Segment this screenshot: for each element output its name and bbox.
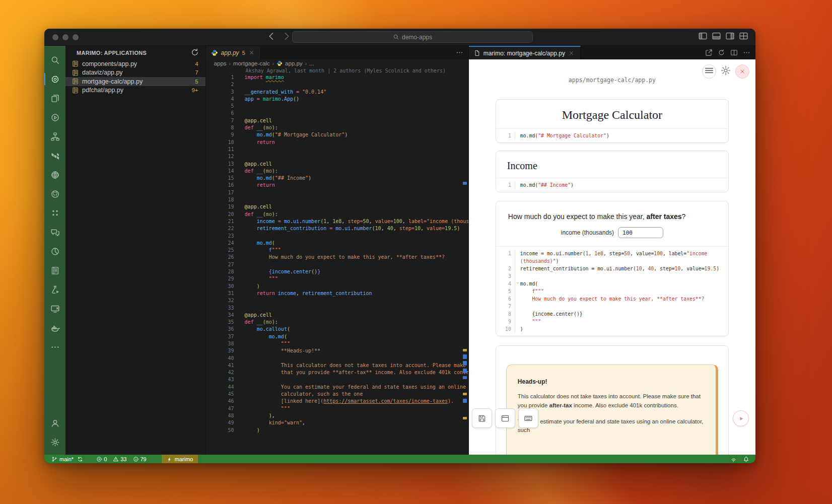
file-row-mortgage-calc-app-py[interactable]: mortgage-calc/app.py5: [65, 77, 205, 86]
activity-item-github[interactable]: [44, 184, 65, 203]
breadcrumb-item-file[interactable]: app.py: [285, 60, 303, 66]
activity-item-pages[interactable]: [44, 89, 65, 108]
play-icon: [738, 415, 744, 422]
pages-icon: [50, 94, 60, 103]
customize-layout-button[interactable]: [739, 32, 748, 42]
tab-close-button[interactable]: [248, 49, 255, 56]
breadcrumb[interactable]: apps › mortgage-calc › app.py › ...: [206, 59, 468, 67]
keyboard-shortcuts-button[interactable]: [518, 408, 538, 428]
notebook-file-icon: [72, 60, 79, 67]
open-window-button[interactable]: [495, 408, 515, 428]
status-bar: main* 0 33 79 marimo: [44, 455, 755, 463]
monitor-icon: [50, 304, 60, 314]
preview-menu-button[interactable]: [702, 64, 716, 79]
command-center-search[interactable]: demo-apps: [292, 31, 533, 43]
activity-bar: [44, 46, 65, 455]
cell-code: 1mo.md("# Mortgage Calculator"): [496, 129, 728, 142]
code-line: 10 return: [206, 139, 461, 146]
sidebar-section-title: MARIMO: APPLICATIONS: [77, 50, 147, 56]
toggle-primary-sidebar-button[interactable]: [698, 32, 708, 42]
toggle-panel-button[interactable]: [712, 32, 721, 42]
file-row-components-app-py[interactable]: components/app.py4: [65, 59, 205, 68]
gear-icon: [50, 438, 60, 447]
close-window-button[interactable]: [52, 34, 58, 40]
git-branch-status[interactable]: main*: [51, 456, 83, 462]
income-number-input[interactable]: 100: [618, 227, 663, 238]
code-line: 19@app.cell: [206, 203, 461, 210]
activity-item-hierarchy[interactable]: [44, 127, 65, 146]
activity-item-docker[interactable]: [44, 318, 65, 337]
activity-item-run[interactable]: [44, 108, 65, 127]
history-forward-button[interactable]: [281, 32, 292, 43]
code-line: 38 """: [206, 340, 461, 347]
refresh-button[interactable]: [190, 48, 199, 57]
overview-ruler[interactable]: [463, 67, 467, 455]
ruler-mark: [463, 417, 467, 419]
callout-paragraph: You can estimate your federal and state …: [518, 417, 705, 436]
preview-settings-button[interactable]: [720, 66, 731, 77]
activity-item-gear[interactable]: [44, 433, 65, 452]
breadcrumb-item-apps[interactable]: apps: [214, 60, 227, 66]
activity-item-account[interactable]: [44, 413, 65, 433]
preview-shutdown-button[interactable]: [735, 64, 749, 79]
bell-icon: [743, 456, 749, 463]
fold-chevron-icon[interactable]: [515, 280, 520, 287]
notifications-button[interactable]: [743, 456, 749, 463]
close-icon: [569, 50, 574, 56]
breadcrumb-item-symbol[interactable]: ...: [309, 60, 314, 66]
activity-item-diamonds[interactable]: [44, 203, 65, 223]
close-icon: [249, 50, 254, 55]
tab-problem-badge: 5: [242, 50, 245, 56]
split-editor-button[interactable]: [730, 49, 738, 56]
file-row-dataviz-app-py[interactable]: dataviz/app.py7: [65, 68, 205, 78]
file-row-pdfchat-app-py[interactable]: pdfchat/app.py9+: [65, 86, 205, 95]
zoom-window-button[interactable]: [73, 34, 79, 40]
info-icon: [133, 456, 139, 462]
marimo-extension-status[interactable]: marimo: [162, 455, 198, 463]
code-line: 33: [206, 305, 461, 312]
keyboard-icon: [524, 414, 533, 423]
activity-item-marimo[interactable]: [44, 69, 65, 89]
save-button[interactable]: [472, 408, 492, 428]
cell-card-income: Income 1mo.md("## Income"): [496, 151, 729, 192]
python-icon: [276, 60, 283, 66]
activity-item-more[interactable]: [44, 337, 65, 356]
code-line: 35def __(mo):: [206, 319, 461, 326]
activity-item-notebook[interactable]: [44, 261, 65, 280]
layout-panel-icon: [712, 31, 721, 43]
activity-item-search[interactable]: [44, 50, 65, 69]
preview-code-line: 4mo.md(: [496, 280, 728, 287]
more-actions-button[interactable]: [743, 49, 750, 56]
code-line: 22 retirement_contribution = mo.ui.numbe…: [206, 225, 461, 232]
activity-item-pie[interactable]: [44, 242, 65, 261]
editor-group: app.py 5 apps › mortgage-calc › app.py ›…: [206, 46, 468, 455]
activity-item-terraform[interactable]: [44, 146, 65, 165]
open-in-browser-button[interactable]: [705, 49, 713, 56]
diamonds-icon: [50, 208, 60, 218]
code-line: 46 [linked here](https://smartasset.com/…: [206, 398, 461, 405]
activity-item-comments[interactable]: [44, 223, 65, 242]
tab-app-py[interactable]: app.py 5: [206, 46, 261, 59]
minimize-window-button[interactable]: [62, 34, 68, 40]
code-editor[interactable]: Akshay Agrawal, last month | 2 authors (…: [206, 67, 468, 455]
question-text: How much do you expect to make this year…: [496, 201, 728, 221]
reload-preview-button[interactable]: [718, 49, 725, 56]
traffic-lights[interactable]: [52, 34, 79, 40]
code-line: 14def __(mo):: [206, 168, 461, 175]
toggle-secondary-sidebar-button[interactable]: [725, 32, 735, 42]
connection-status-button[interactable]: [730, 456, 737, 463]
activity-item-flask[interactable]: [44, 280, 65, 299]
history-back-button[interactable]: [266, 32, 277, 43]
window-icon: [501, 414, 510, 423]
tab-close-button[interactable]: [568, 50, 575, 57]
run-cell-button[interactable]: [733, 410, 749, 426]
problem-count-badge: 5: [195, 79, 198, 85]
notebook-file-icon: [72, 69, 79, 77]
activity-item-sphere[interactable]: [44, 165, 65, 184]
activity-item-monitor[interactable]: [44, 299, 65, 318]
code-line: 18: [206, 196, 461, 203]
problems-status[interactable]: 0 33 79: [96, 456, 147, 462]
tab-marimo-preview[interactable]: marimo: mortgage-calc/app.py: [469, 46, 581, 59]
tab-more-actions-button[interactable]: [456, 49, 463, 56]
breadcrumb-item-folder[interactable]: mortgage-calc: [233, 60, 270, 66]
